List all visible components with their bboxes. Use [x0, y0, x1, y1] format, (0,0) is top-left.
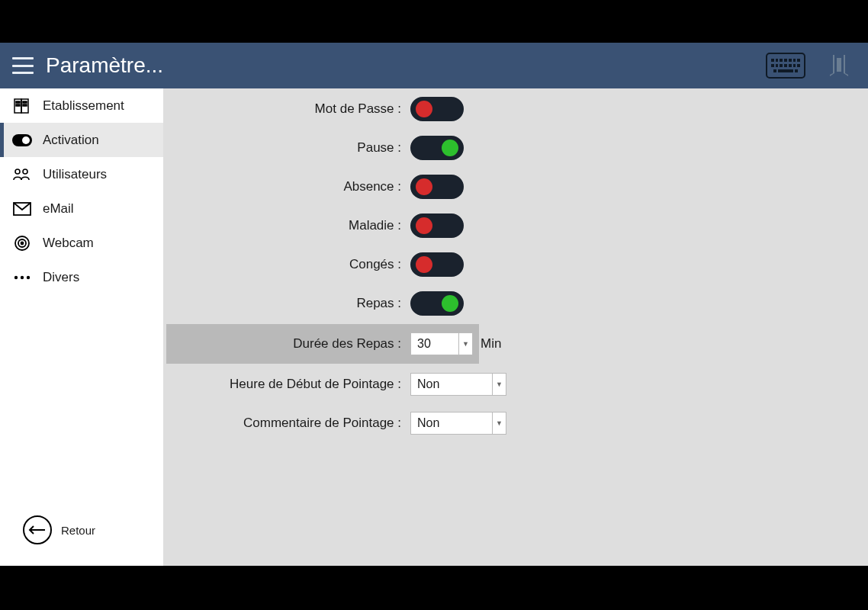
unit-label: Min	[481, 336, 501, 352]
toggle-icon	[12, 131, 32, 149]
sidebar-item-webcam[interactable]: Webcam	[0, 226, 163, 260]
svg-rect-9	[23, 104, 24, 106]
sidebar-item-label: Divers	[43, 270, 79, 285]
header-actions	[766, 49, 856, 82]
svg-rect-7	[23, 101, 24, 103]
brand-logo	[822, 49, 856, 82]
sidebar-item-label: eMail	[43, 201, 74, 217]
app-window: Paramètre...	[0, 43, 868, 566]
svg-point-20	[21, 275, 24, 278]
row-label: Repas :	[166, 296, 410, 311]
svg-rect-0	[837, 58, 841, 72]
setting-row-password: Mot de Passe :	[166, 91, 479, 127]
row-label: Absence :	[166, 179, 410, 194]
sidebar-item-label: Webcam	[43, 236, 94, 251]
svg-rect-8	[25, 101, 27, 103]
meal-duration-select[interactable]: 30 ▼	[410, 332, 473, 355]
users-icon	[12, 165, 32, 184]
start-time-select[interactable]: Non ▼	[410, 373, 506, 396]
select-value: 30	[417, 337, 431, 351]
svg-point-21	[27, 275, 30, 278]
sidebar-item-utilisateurs[interactable]: Utilisateurs	[0, 157, 163, 191]
toggle-password[interactable]	[410, 97, 464, 121]
arrow-left-icon	[23, 515, 52, 544]
comment-select[interactable]: Non ▼	[410, 412, 506, 435]
back-label: Retour	[61, 524, 95, 537]
sidebar-item-label: Etablissement	[43, 98, 124, 114]
svg-rect-10	[25, 104, 27, 106]
svg-point-14	[23, 169, 27, 174]
setting-row-conges: Congés :	[166, 246, 479, 283]
chevron-down-icon: ▼	[492, 374, 506, 395]
sidebar-item-activation[interactable]: Activation	[0, 123, 163, 157]
building-icon	[12, 97, 32, 115]
row-label: Maladie :	[166, 218, 410, 233]
svg-point-18	[21, 242, 24, 244]
toggle-repas[interactable]	[410, 291, 464, 316]
page-title: Paramètre...	[46, 53, 163, 78]
app-body: Etablissement Activation	[0, 88, 868, 566]
setting-row-pause: Pause :	[166, 130, 479, 166]
toggle-conges[interactable]	[410, 252, 464, 277]
row-label: Pause :	[166, 140, 410, 156]
sidebar-item-divers[interactable]: Divers	[0, 260, 163, 294]
toggle-pause[interactable]	[410, 136, 464, 160]
sidebar: Etablissement Activation	[0, 88, 163, 566]
svg-rect-4	[18, 101, 20, 103]
back-button[interactable]: Retour	[0, 515, 163, 566]
sidebar-item-email[interactable]: eMail	[0, 191, 163, 226]
chevron-down-icon: ▼	[458, 333, 472, 355]
select-value: Non	[417, 416, 439, 430]
svg-rect-6	[18, 104, 20, 106]
svg-rect-5	[16, 104, 18, 106]
menu-icon[interactable]	[12, 57, 34, 74]
svg-point-13	[15, 169, 20, 174]
row-label: Commentaire de Pointage :	[166, 416, 410, 431]
setting-row-meal-duration: Durée des Repas : 30 ▼ Min	[166, 324, 479, 364]
setting-row-absence: Absence :	[166, 169, 479, 205]
svg-rect-3	[16, 101, 18, 103]
toggle-absence[interactable]	[410, 175, 464, 199]
row-label: Congés :	[166, 257, 410, 272]
keyboard-icon[interactable]	[766, 53, 805, 79]
main-panel: Mot de Passe : Pause : Absence : Maladie…	[163, 88, 868, 566]
setting-row-start-time: Heure de Début de Pointage : Non ▼	[166, 366, 479, 403]
toggle-maladie[interactable]	[410, 214, 464, 238]
row-label: Durée des Repas :	[166, 336, 410, 352]
setting-row-repas: Repas :	[166, 285, 479, 322]
setting-row-maladie: Maladie :	[166, 207, 479, 244]
dots-icon	[12, 268, 32, 287]
sidebar-item-etablissement[interactable]: Etablissement	[0, 88, 163, 123]
sidebar-item-label: Utilisateurs	[43, 167, 107, 182]
svg-point-19	[14, 275, 18, 278]
app-header: Paramètre...	[0, 43, 868, 88]
mail-icon	[12, 200, 32, 218]
row-label: Heure de Début de Pointage :	[166, 377, 410, 392]
chevron-down-icon: ▼	[492, 413, 506, 434]
webcam-icon	[12, 234, 32, 252]
select-value: Non	[417, 377, 439, 391]
row-label: Mot de Passe :	[166, 101, 410, 117]
setting-row-comment: Commentaire de Pointage : Non ▼	[166, 405, 479, 441]
svg-point-12	[22, 136, 30, 144]
sidebar-item-label: Activation	[43, 133, 99, 148]
